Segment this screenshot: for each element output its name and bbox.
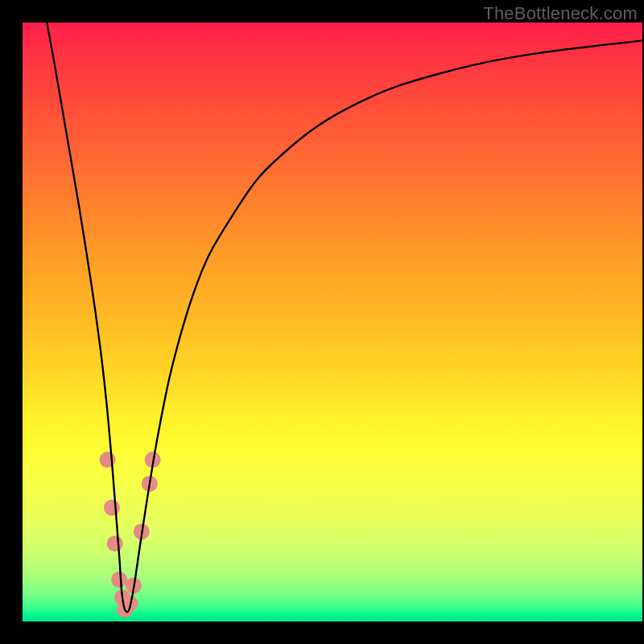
- data-marker: [104, 500, 120, 516]
- chart-frame: TheBottleneck.com: [0, 0, 644, 644]
- plot-area: [23, 23, 642, 621]
- bottleneck-curve: [41, 23, 642, 612]
- chart-svg: [23, 23, 642, 621]
- data-marker: [107, 535, 123, 551]
- data-marker: [111, 572, 127, 588]
- watermark-text: TheBottleneck.com: [483, 3, 638, 24]
